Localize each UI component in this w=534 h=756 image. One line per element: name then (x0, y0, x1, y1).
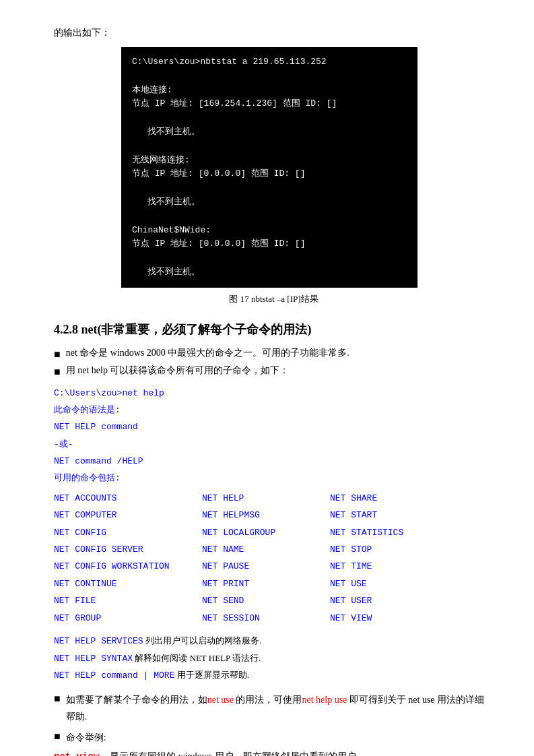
cmd-prompt-line: C:\Users\zou>net help (54, 385, 494, 401)
available-label: 可用的命令包括: (54, 470, 494, 486)
cmd-view: NET VIEW (330, 610, 451, 626)
cmd-label-line: 此命令的语法是: (54, 402, 494, 418)
terminal-line-nf3: 找不到主机。 (132, 265, 407, 280)
net-command-help: NET command /HELP (54, 456, 143, 466)
help-services-desc-0: 列出用户可以启动的网络服务. (143, 635, 262, 645)
terminal-line-nf2: 找不到主机。 (132, 195, 407, 210)
cmd-config-server: NET CONFIG SERVER (54, 542, 202, 557)
commands-grid: NET ACCOUNTS NET HELP NET SHARE NET COMP… (54, 491, 494, 626)
bullet-item-3: ■ 如需要了解某个子命令的用法，如net use 的用法，可使用net help… (54, 691, 494, 725)
bullet-list-2: ■ 如需要了解某个子命令的用法，如net use 的用法，可使用net help… (54, 691, 494, 747)
cmd-print: NET PRINT (202, 576, 330, 592)
net-use-highlight: net use (207, 695, 234, 705)
terminal-line-node3: 节点 IP 地址: [0.0.0.0] 范围 ID: [] (132, 237, 407, 251)
bullet-text-3: 如需要了解某个子命令的用法，如net use 的用法，可使用net help u… (66, 691, 494, 725)
cmd-file: NET FILE (54, 593, 202, 608)
help-services-cmd-2: NET HELP command | MORE (54, 670, 174, 681)
help-line-3: NET command /HELP (54, 453, 494, 469)
net-view-cmd: net view (54, 751, 99, 756)
cmd-label-text: 此命令的语法是: (54, 405, 121, 415)
help-services-line-1: NET HELP SYNTAX 解释如何阅读 NET HELP 语法行. (54, 650, 494, 668)
bullet-item-2: ■ 用 net help 可以获得该命令所有可用的子命令，如下： (54, 365, 494, 379)
terminal-line-chinanet: ChinaNet$NWide: (132, 224, 407, 238)
cmd-stop: NET STOP (330, 542, 451, 557)
cmd-localgroup: NET LOCALGROUP (202, 525, 330, 540)
intro-text: 的输出如下： (54, 27, 494, 39)
terminal-blank-1 (132, 69, 407, 84)
cmd-pause: NET PAUSE (202, 559, 330, 574)
terminal-line-wireless: 无线网络连接: (132, 154, 407, 168)
help-services-line-2: NET HELP command | MORE 用于逐屏显示帮助. (54, 667, 494, 685)
cmd-computer: NET COMPUTER (54, 507, 202, 523)
help-services-desc-2: 用于逐屏显示帮助. (174, 670, 249, 680)
terminal-blank-4 (132, 181, 407, 195)
cmd-config: NET CONFIG (54, 525, 202, 540)
cmd-helpmsg: NET HELPMSG (202, 507, 330, 523)
bullet-icon-3: ■ (54, 691, 61, 706)
help-line-1: NET HELP command (54, 419, 494, 435)
section-title: 4.2.8 net(非常重要，必须了解每个子命令的用法) (54, 321, 494, 338)
terminal-line-node2: 节点 IP 地址: [0.0.0.0] 范围 ID: [] (132, 167, 407, 181)
help-services-cmd-1: NET HELP SYNTAX (54, 654, 133, 664)
cmd-session: NET SESSION (202, 610, 330, 626)
cmd-config-workstation: NET CONFIG WORKSTATION (54, 559, 202, 574)
cmd-group: NET GROUP (54, 610, 202, 626)
bullet-item-1: ■ net 命令是 windows 2000 中最强大的命令之一。可用的子功能非… (54, 347, 494, 362)
cmd-start: NET START (330, 507, 451, 523)
text-mid-net-use: 的用法，可使用 (234, 695, 302, 705)
terminal-blank-6 (132, 251, 407, 265)
figure-caption: 图 17 nbtstat –a [IP]结果 (54, 293, 494, 305)
help-services-line-0: NET HELP SERVICES 列出用户可以启动的网络服务. (54, 633, 494, 650)
cmd-use: NET USE (330, 576, 451, 592)
bullet-icon-1: ■ (54, 347, 61, 362)
cmd-prompt-text: C:\Users\zou>net help (54, 388, 164, 398)
terminal-block: C:\Users\zou>nbtstat a 219.65.113.252 本地… (121, 47, 418, 288)
terminal-line-local: 本地连接: (132, 84, 407, 98)
cmd-user: NET USER (330, 593, 451, 608)
terminal-line-nf1: 找不到主机。 (132, 125, 407, 139)
net-help-command: NET HELP command (54, 422, 138, 432)
bullet-text-4: 命令举例: (66, 729, 106, 746)
available-label-text: 可用的命令包括: (54, 473, 121, 483)
cmd-share: NET SHARE (330, 491, 451, 506)
bullet-icon-2: ■ (54, 365, 61, 379)
text-before-net-use: 如需要了解某个子命令的用法，如 (66, 695, 207, 705)
bullet-text-1: net 命令是 windows 2000 中最强大的命令之一。可用的子功能非常多… (66, 347, 349, 359)
help-services-cmd-0: NET HELP SERVICES (54, 636, 143, 646)
cmd-help: NET HELP (202, 491, 330, 506)
cmd-continue: NET CONTINUE (54, 576, 202, 592)
cmd-accounts: NET ACCOUNTS (54, 491, 202, 506)
terminal-line-0: C:\Users\zou>nbtstat a 219.65.113.252 (132, 55, 407, 69)
terminal-blank-3 (132, 139, 407, 154)
bullet-list: ■ net 命令是 windows 2000 中最强大的命令之一。可用的子功能非… (54, 347, 494, 380)
bullet-item-4: ■ 命令举例: (54, 729, 494, 746)
help-line-2: -或- (54, 437, 494, 452)
cmd-name: NET NAME (202, 542, 330, 557)
cmd-send: NET SEND (202, 593, 330, 608)
net-help-use-highlight: net help use (302, 695, 347, 705)
cmd-time: NET TIME (330, 559, 451, 574)
help-services-desc-1: 解释如何阅读 NET HELP 语法行. (133, 653, 261, 663)
bullet-icon-4: ■ (54, 729, 61, 744)
terminal-blank-2 (132, 111, 407, 125)
help-services-block: NET HELP SERVICES 列出用户可以启动的网络服务. NET HEL… (54, 633, 494, 685)
cmd-statistics: NET STATISTICS (330, 525, 451, 540)
net-view-line: net view 显示所有同组的 windows 用户，即在网络邻居中看到的用户… (54, 751, 494, 756)
bullet-text-2: 用 net help 可以获得该命令所有可用的子命令，如下： (66, 365, 290, 377)
terminal-line-node1: 节点 IP 地址: [169.254.1.236] 范围 ID: [] (132, 97, 407, 111)
help-or: -或- (54, 439, 73, 449)
terminal-blank-5 (132, 210, 407, 224)
net-view-desc: 显示所有同组的 windows 用户，即在网络邻居中看到的用户. (110, 751, 358, 756)
